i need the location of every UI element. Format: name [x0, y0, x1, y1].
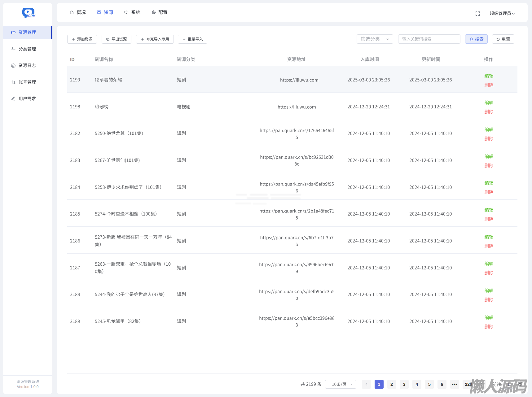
svg-text:CRM: CRM	[28, 14, 35, 18]
